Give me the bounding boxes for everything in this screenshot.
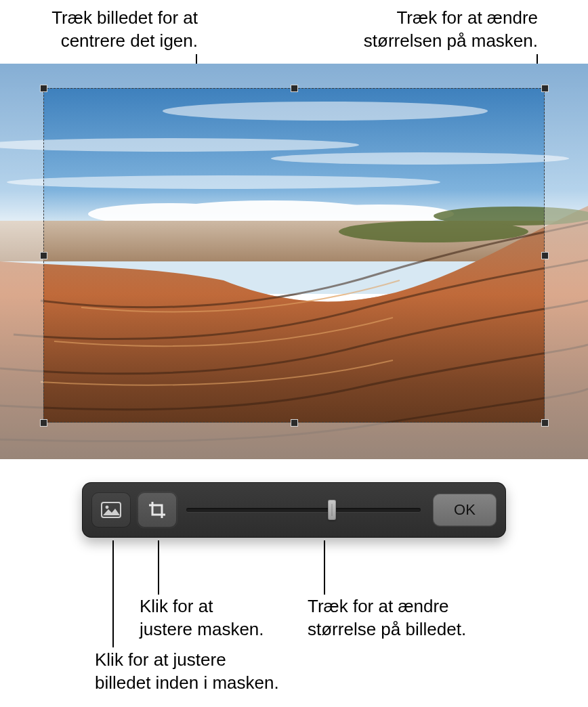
mask-handle-mr[interactable] — [541, 252, 549, 259]
svg-point-18 — [305, 205, 454, 223]
image-canvas[interactable] — [0, 64, 588, 459]
crop-icon — [148, 500, 167, 519]
mask-viewport[interactable] — [43, 88, 545, 423]
leader-slider — [324, 540, 325, 595]
crop-mode-button[interactable] — [138, 492, 177, 528]
callout-adjust-image-in-mask: Klik for at justere billedet inden i mas… — [95, 649, 352, 695]
leader-crop-btn — [158, 540, 159, 595]
callout-resize-image: Træk for at ændre størrelse på billedet. — [308, 595, 531, 641]
mask-handle-bl[interactable] — [40, 419, 47, 427]
zoom-slider-track — [186, 508, 421, 512]
image-mode-button[interactable] — [91, 492, 131, 528]
mask-handle-bm[interactable] — [291, 419, 298, 427]
svg-point-23 — [106, 506, 109, 509]
mask-photo — [43, 88, 545, 423]
mask-handle-tm[interactable] — [291, 85, 298, 92]
mask-handle-tr[interactable] — [541, 85, 549, 92]
svg-point-12 — [163, 102, 488, 121]
svg-point-21 — [339, 221, 528, 242]
mask-toolbar: OK — [82, 482, 506, 538]
ok-button-label: OK — [454, 501, 476, 519]
mask-handle-br[interactable] — [541, 419, 549, 427]
mask-handle-ml[interactable] — [40, 252, 47, 259]
ok-button[interactable]: OK — [433, 494, 497, 526]
callout-resize-mask: Træk for at ændre størrelsen på masken. — [318, 7, 538, 53]
leader-image-btn — [112, 540, 114, 647]
zoom-slider[interactable] — [186, 498, 421, 522]
mask-handle-tl[interactable] — [40, 85, 47, 92]
callout-adjust-mask: Klik for at justere masken. — [140, 595, 316, 641]
callout-drag-to-recenter: Træk billedet for at centrere det igen. — [0, 7, 198, 53]
image-icon — [101, 502, 121, 518]
zoom-slider-thumb[interactable] — [328, 500, 336, 520]
